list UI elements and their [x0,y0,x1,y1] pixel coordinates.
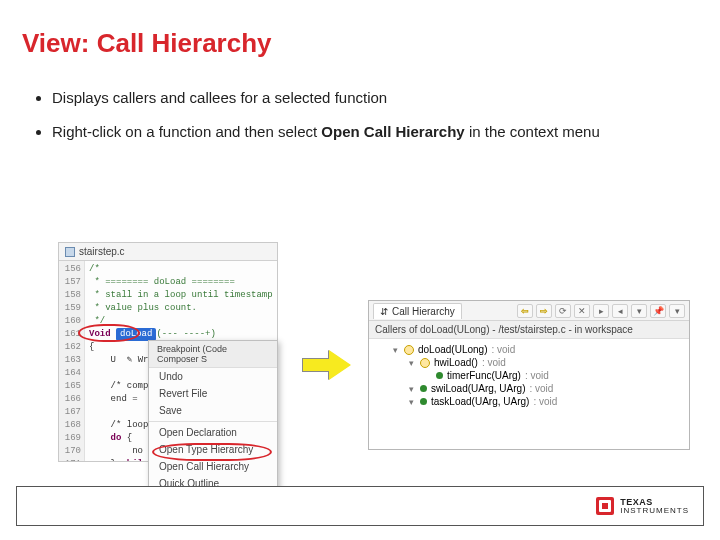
tree-node-label: swiLoad(UArg, UArg) [431,383,525,394]
context-menu-item[interactable]: Open Declaration [149,424,277,441]
menu-separator [149,421,277,422]
tree-node-return: : void [529,383,553,394]
tree-node[interactable]: ▾swiLoad(UArg, UArg) : void [375,382,683,395]
tree-node-return: : void [482,357,506,368]
tree-twisty[interactable]: ▾ [391,345,400,355]
context-menu-item[interactable]: Undo [149,368,277,385]
history-button[interactable]: ▾ [631,304,647,318]
call-hierarchy-description: Callers of doLoad(ULong) - /test/stairst… [369,321,689,339]
tree-node[interactable]: ▾hwiLoad() : void [375,356,683,369]
call-hierarchy-view: ⇵ Call Hierarchy ⇦ ⇨ ⟳ ✕ ▸ ◂ ▾ 📌 ▾ Calle… [368,300,690,450]
context-menu-item[interactable]: Revert File [149,385,277,402]
context-menu: Breakpoint (Code Composer S UndoRevert F… [148,340,278,493]
tree-twisty[interactable]: ▾ [407,397,416,407]
bullet-icon [436,372,443,379]
view-menu-button[interactable]: ▾ [669,304,685,318]
nav-fwd-button[interactable]: ⇨ [536,304,552,318]
hierarchy-icon: ⇵ [380,306,388,317]
tree-node-label: taskLoad(UArg, UArg) [431,396,529,407]
call-hierarchy-tree[interactable]: ▾doLoad(ULong) : void▾hwiLoad() : voidti… [369,339,689,412]
ti-chip-icon [596,497,614,515]
tree-node[interactable]: timerFunc(UArg) : void [375,369,683,382]
bullet-icon [420,385,427,392]
tree-node[interactable]: ▾taskLoad(UArg, UArg) : void [375,395,683,408]
bullet-list: Displays callers and callees for a selec… [34,88,680,157]
view-tab-label: Call Hierarchy [392,306,455,317]
tree-twisty[interactable]: ▾ [407,358,416,368]
bullet-item: Right-click on a function and then selec… [52,122,680,142]
arrow-icon [302,350,352,380]
bullet-icon [420,398,427,405]
callers-mode-button[interactable]: ▸ [593,304,609,318]
editor-filename: stairstep.c [79,246,125,257]
tree-node[interactable]: ▾doLoad(ULong) : void [375,343,683,356]
slide-title: View: Call Hierarchy [22,28,272,59]
context-menu-item[interactable]: Save [149,402,277,419]
bullet-item: Displays callers and callees for a selec… [52,88,680,108]
context-menu-header: Breakpoint (Code Composer S [149,341,277,368]
tree-node-return: : void [525,370,549,381]
tree-node-label: hwiLoad() [434,357,478,368]
nav-back-button[interactable]: ⇦ [517,304,533,318]
tree-node-label: timerFunc(UArg) [447,370,521,381]
cancel-button[interactable]: ✕ [574,304,590,318]
slide-footer: TEXAS INSTRUMENTS [16,486,704,526]
function-icon [404,345,414,355]
tree-node-return: : void [492,344,516,355]
tree-node-label: doLoad(ULong) [418,344,488,355]
view-tab[interactable]: ⇵ Call Hierarchy [373,303,462,319]
brand-line-2: INSTRUMENTS [620,507,689,515]
callees-mode-button[interactable]: ◂ [612,304,628,318]
context-menu-item[interactable]: Open Type Hierarchy [149,441,277,458]
view-tabbar: ⇵ Call Hierarchy ⇦ ⇨ ⟳ ✕ ▸ ◂ ▾ 📌 ▾ [369,301,689,321]
tree-twisty[interactable]: ▾ [407,384,416,394]
file-icon [65,247,75,257]
context-menu-item[interactable]: Open Call Hierarchy [149,458,277,475]
view-toolbar: ⇦ ⇨ ⟳ ✕ ▸ ◂ ▾ 📌 ▾ [517,304,685,318]
pin-button[interactable]: 📌 [650,304,666,318]
editor-tab[interactable]: stairstep.c [59,243,277,261]
refresh-button[interactable]: ⟳ [555,304,571,318]
function-icon [420,358,430,368]
ti-logo: TEXAS INSTRUMENTS [596,497,689,515]
tree-node-return: : void [533,396,557,407]
line-gutter: 1561571581591601611621631641651661671681… [59,261,85,462]
